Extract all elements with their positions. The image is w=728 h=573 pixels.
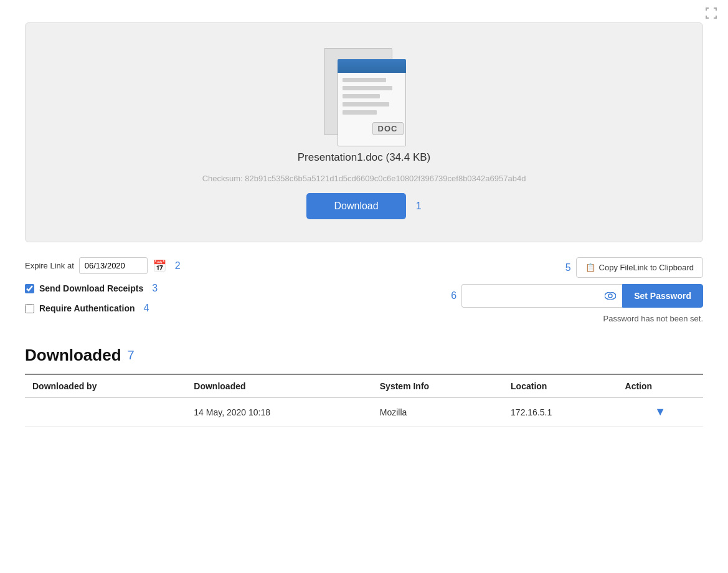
- file-checksum: Checksum: 82b91c5358c6b5a5121d1d5cd6609c…: [202, 174, 526, 183]
- downloaded-section: Downloaded 7 Downloaded by Downloaded Sy…: [25, 346, 703, 427]
- annotation-1: 1: [416, 201, 422, 212]
- downloads-table: Downloaded by Downloaded System Info Loc…: [25, 375, 703, 427]
- svg-point-9: [608, 294, 612, 298]
- expire-date-input[interactable]: [79, 257, 148, 274]
- col-header-downloaded: Downloaded: [186, 375, 372, 398]
- file-card: DOC Presentation1.doc (34.4 KB) Checksum…: [25, 22, 703, 242]
- require-auth-label: Require Authentication: [39, 303, 135, 313]
- cell-action[interactable]: ▼: [618, 398, 703, 427]
- password-group: Set Password: [461, 284, 703, 308]
- cell-location: 172.16.5.1: [503, 398, 617, 427]
- svg-rect-5: [706, 16, 707, 19]
- set-password-button[interactable]: Set Password: [622, 284, 703, 308]
- annotation-2: 2: [175, 260, 181, 272]
- copy-icon: 📋: [585, 263, 595, 272]
- calendar-icon[interactable]: 📅: [153, 259, 166, 273]
- svg-rect-1: [706, 7, 707, 11]
- col-header-downloaded-by: Downloaded by: [25, 375, 186, 398]
- col-header-location: Location: [503, 375, 617, 398]
- copy-filelink-label: Copy FileLink to Clipboard: [599, 263, 694, 272]
- cell-system-info: Mozilla: [372, 398, 503, 427]
- annotation-6: 6: [451, 290, 456, 301]
- file-icon: DOC: [324, 48, 405, 141]
- downloaded-title: Downloaded: [25, 346, 121, 365]
- annotation-4: 4: [144, 303, 149, 314]
- svg-rect-7: [716, 16, 717, 19]
- send-receipts-label: Send Download Receipts: [39, 283, 143, 293]
- copy-filelink-button[interactable]: 📋 Copy FileLink to Clipboard: [576, 257, 703, 278]
- fullscreen-icon[interactable]: [704, 6, 718, 20]
- svg-rect-3: [716, 7, 717, 11]
- cell-downloaded-by: [25, 398, 186, 427]
- password-status: Password has not been set.: [603, 314, 703, 323]
- action-dropdown-icon[interactable]: ▼: [625, 405, 696, 419]
- password-input[interactable]: [461, 284, 598, 308]
- annotation-5: 5: [565, 262, 571, 273]
- svg-point-8: [605, 292, 616, 300]
- table-row: 14 May, 2020 10:18 Mozilla 172.16.5.1 ▼: [25, 398, 703, 427]
- file-name: Presentation1.doc (34.4 KB): [298, 151, 431, 164]
- doc-badge-label: DOC: [372, 122, 404, 135]
- annotation-7: 7: [128, 348, 135, 362]
- toggle-password-button[interactable]: [598, 284, 622, 308]
- col-header-system-info: System Info: [372, 375, 503, 398]
- downloads-table-container: Downloaded by Downloaded System Info Loc…: [25, 374, 703, 427]
- col-header-action: Action: [618, 375, 703, 398]
- send-receipts-checkbox[interactable]: [25, 284, 34, 293]
- cell-downloaded: 14 May, 2020 10:18: [186, 398, 372, 427]
- annotation-3: 3: [152, 283, 158, 294]
- download-button[interactable]: Download: [306, 193, 405, 219]
- require-auth-checkbox[interactable]: [25, 304, 34, 313]
- expire-label: Expire Link at: [25, 261, 74, 270]
